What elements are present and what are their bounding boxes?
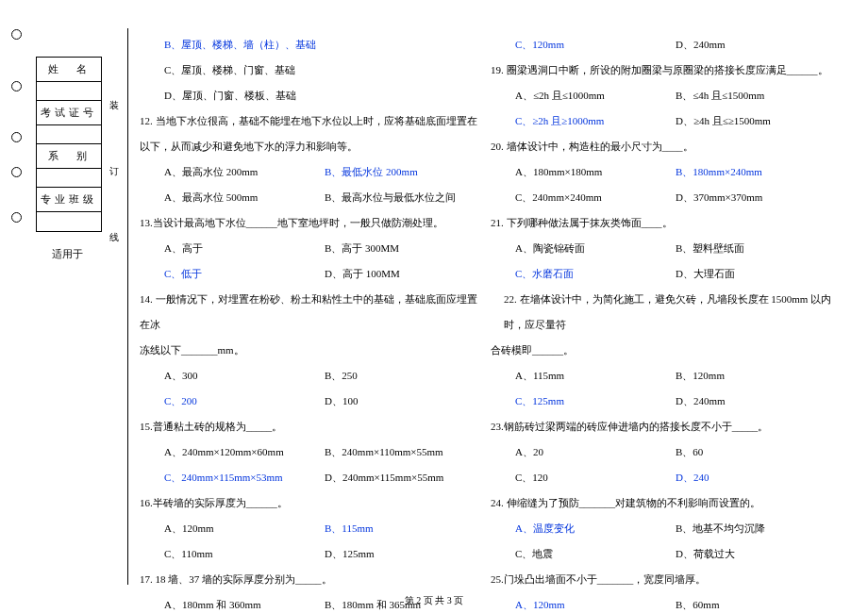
exam-line: A、180mm×180mmB、180mm×240mm [491, 159, 849, 185]
exam-line: A、300B、250 [140, 363, 479, 389]
exam-line: C、125mmD、240mm [491, 389, 849, 414]
exam-line: A、120mmB、115mm [140, 516, 479, 541]
option-b: B、≤4h 且≤1500mm [676, 83, 764, 108]
info-name-blank [37, 82, 101, 101]
option-b: D、370mm×370mm [676, 185, 762, 210]
option-b: D、荷载过大 [676, 541, 735, 567]
option-a: A、300 [164, 363, 325, 389]
punch-hole-icon [11, 167, 22, 177]
option-b: B、115mm [325, 516, 374, 541]
exam-line: C、240mm×115mm×53mmD、240mm×115mm×55mm [140, 465, 479, 490]
binding-line [127, 28, 128, 585]
option-b: D、高于 100MM [325, 261, 400, 287]
punch-hole-icon [11, 212, 22, 223]
option-b: B、60 [676, 439, 703, 465]
punch-hole-icon [11, 29, 22, 40]
exam-line: D、屋顶、门窗、楼板、基础 [140, 83, 479, 108]
exam-line: 冻线以下_______mm。 [140, 338, 479, 363]
info-exam-blank [37, 125, 101, 144]
exam-line: C、120D、240 [491, 465, 849, 490]
binding-char: 装 [109, 99, 119, 112]
exam-line: 以下，从而减少和避免地下水的浮力和影响等。 [140, 134, 479, 159]
info-name-label: 姓 名 [37, 58, 101, 82]
punch-hole-icon [11, 132, 22, 142]
option-b: B、最低水位 200mm [325, 159, 418, 185]
option-b: D、240 [676, 465, 709, 490]
exam-line: A、最高水位 200mmB、最低水位 200mm [140, 159, 479, 185]
option-b: B、最高水位与最低水位之间 [325, 185, 456, 210]
exam-line: A、高于B、高于 300MM [140, 236, 479, 261]
binding-char: 订 [109, 165, 119, 178]
option-a: C、≥2h 且≥1000mm [515, 108, 676, 134]
option-a: C、240mm×115mm×53mm [164, 465, 325, 490]
column-left: B、屋顶、楼梯、墙（柱）、基础C、屋顶、楼梯、门窗、基础D、屋顶、门窗、楼板、基… [140, 32, 479, 613]
exam-line: A、20B、60 [491, 439, 849, 465]
exam-line: 13.当设计最高地下水位______地下室地坪时，一般只做防潮处理。 [140, 210, 479, 236]
option-a: C、地震 [515, 541, 676, 567]
option-a: C、水磨石面 [515, 261, 676, 287]
exam-line: 17. 18 墙、37 墙的实际厚度分别为_____。 [140, 567, 479, 592]
exam-line: C、屋顶、楼梯、门窗、基础 [140, 58, 479, 83]
option-a: A、240mm×120mm×60mm [164, 439, 325, 465]
exam-line: C、110mmD、125mm [140, 541, 479, 567]
exam-line: 19. 圈梁遇洞口中断，所设的附加圈梁与原圈梁的搭接长度应满足______。 [491, 58, 849, 83]
option-a: A、陶瓷锦砖面 [515, 236, 676, 261]
option-a: C、低于 [164, 261, 325, 287]
exam-line: A、240mm×120mm×60mmB、240mm×110mm×55mm [140, 439, 479, 465]
option-b: D、100 [325, 389, 358, 414]
option-b: B、240mm×110mm×55mm [325, 439, 443, 465]
binding-char: 线 [109, 231, 119, 244]
option-b: D、240mm [676, 389, 726, 414]
exam-line: C、≥2h 且≥1000mmD、≥4h 且≤≥1500mm [491, 108, 849, 134]
exam-line: A、≤2h 且≤1000mmB、≤4h 且≤1500mm [491, 83, 849, 108]
column-right: C、120mmD、240mm19. 圈梁遇洞口中断，所设的附加圈梁与原圈梁的搭接… [491, 32, 849, 613]
option-a: A、最高水位 200mm [164, 159, 325, 185]
exam-line: C、低于D、高于 100MM [140, 261, 479, 287]
info-dept-blank [37, 169, 101, 188]
option-a: A、温度变化 [515, 516, 676, 541]
exam-line: C、地震D、荷载过大 [491, 541, 849, 567]
exam-line: 12. 当地下水位很高，基础不能埋在地下水位以上时，应将基础底面埋置在 [140, 108, 479, 134]
exam-line: A、最高水位 500mmB、最高水位与最低水位之间 [140, 185, 479, 210]
option-a: A、高于 [164, 236, 325, 261]
exam-line: 21. 下列哪种做法属于抹灰类饰面____。 [491, 210, 849, 236]
option-b: D、≥4h 且≤≥1500mm [676, 108, 771, 134]
exam-line: 16.半砖墙的实际厚度为______。 [140, 490, 479, 516]
exam-line: 20. 墙体设计中，构造柱的最小尺寸为____。 [491, 134, 849, 159]
option-a: A、最高水位 500mm [164, 185, 325, 210]
exam-line: B、屋顶、楼梯、墙（柱）、基础 [140, 32, 479, 58]
exam-line: 23.钢筋砖过梁两端的砖应伸进墙内的搭接长度不小于_____。 [491, 414, 849, 439]
info-class-label: 专业班级 [37, 188, 101, 212]
option-a: C、120 [515, 465, 676, 490]
exam-line: A、115mmB、120mm [491, 363, 849, 389]
option-b: B、120mm [676, 363, 725, 389]
option-a: C、200 [164, 389, 325, 414]
exam-line: 15.普通粘土砖的规格为_____。 [140, 414, 479, 439]
option-a: A、115mm [515, 363, 676, 389]
info-dept-label: 系 别 [37, 144, 101, 169]
option-b: B、180mm×240mm [676, 159, 762, 185]
option-b: B、250 [325, 363, 358, 389]
option-a: C、110mm [164, 541, 325, 567]
option-b: D、240mm [676, 32, 726, 58]
punch-hole-icon [11, 81, 22, 91]
student-info-box: 姓 名 考试证号 系 别 专业班级 [36, 57, 102, 232]
page-footer: 第 2 页 共 3 页 [0, 594, 868, 607]
exam-line: 25.门垛凸出墙面不小于_______，宽度同墙厚。 [491, 567, 849, 592]
option-b: B、高于 300MM [325, 236, 399, 261]
option-a: C、240mm×240mm [515, 185, 676, 210]
exam-line: 24. 伸缩缝为了预防_______对建筑物的不利影响而设置的。 [491, 490, 849, 516]
exam-line: 22. 在墙体设计中，为简化施工，避免欠砖，凡墙段长度在 1500mm 以内时，… [491, 287, 849, 338]
option-a: C、125mm [515, 389, 676, 414]
option-a: A、120mm [164, 516, 325, 541]
option-a: A、180mm×180mm [515, 159, 676, 185]
exam-line: C、水磨石面D、大理石面 [491, 261, 849, 287]
option-b: D、240mm×115mm×55mm [325, 465, 443, 490]
option-b: D、125mm [325, 541, 375, 567]
option-a: C、120mm [515, 32, 676, 58]
option-b: B、地基不均匀沉降 [676, 516, 765, 541]
exam-line: C、120mmD、240mm [491, 32, 849, 58]
exam-line: A、陶瓷锦砖面B、塑料壁纸面 [491, 236, 849, 261]
option-a: A、≤2h 且≤1000mm [515, 83, 676, 108]
apply-label: 适用于 [52, 247, 83, 261]
